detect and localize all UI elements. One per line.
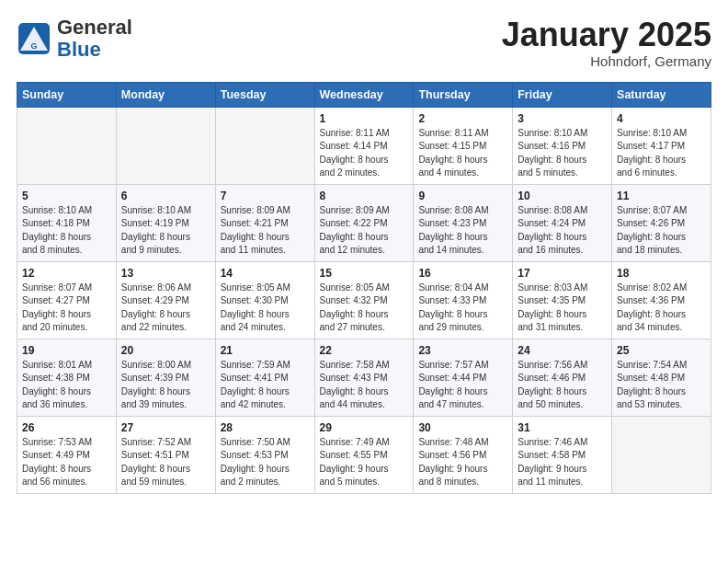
day-number: 9	[418, 190, 507, 202]
day-number: 16	[418, 267, 507, 280]
calendar-location: Hohndorf, Germany	[502, 53, 711, 69]
day-info: Sunrise: 7:57 AM Sunset: 4:44 PM Dayligh…	[418, 359, 507, 412]
day-number: 21	[221, 344, 310, 357]
day-number: 17	[518, 267, 607, 280]
day-info: Sunrise: 8:03 AM Sunset: 4:35 PM Dayligh…	[518, 282, 607, 335]
day-number: 25	[617, 344, 706, 357]
col-friday: Friday	[513, 82, 612, 107]
calendar-title: January 2025	[502, 17, 711, 53]
day-info: Sunrise: 8:06 AM Sunset: 4:29 PM Dayligh…	[121, 282, 210, 335]
table-row: 19Sunrise: 8:01 AM Sunset: 4:38 PM Dayli…	[17, 339, 117, 416]
table-row: 5Sunrise: 8:10 AM Sunset: 4:18 PM Daylig…	[17, 184, 117, 261]
col-sunday: Sunday	[17, 82, 117, 107]
day-number: 13	[121, 267, 210, 280]
table-row: 9Sunrise: 8:08 AM Sunset: 4:23 PM Daylig…	[414, 184, 513, 261]
day-info: Sunrise: 7:53 AM Sunset: 4:49 PM Dayligh…	[22, 436, 111, 489]
day-info: Sunrise: 8:04 AM Sunset: 4:33 PM Dayligh…	[418, 282, 507, 335]
day-number: 28	[221, 421, 310, 434]
day-info: Sunrise: 8:09 AM Sunset: 4:21 PM Dayligh…	[221, 204, 310, 258]
col-saturday: Saturday	[612, 82, 711, 107]
day-info: Sunrise: 8:10 AM Sunset: 4:18 PM Dayligh…	[22, 204, 111, 258]
weekday-header-row: Sunday Monday Tuesday Wednesday Thursday…	[17, 82, 711, 107]
calendar-table: Sunday Monday Tuesday Wednesday Thursday…	[17, 82, 711, 494]
day-info: Sunrise: 8:00 AM Sunset: 4:39 PM Dayligh…	[121, 359, 210, 412]
day-number: 4	[617, 112, 706, 125]
table-row: 13Sunrise: 8:06 AM Sunset: 4:29 PM Dayli…	[116, 261, 215, 339]
day-number: 24	[518, 344, 607, 357]
day-number: 5	[22, 190, 111, 202]
day-info: Sunrise: 7:56 AM Sunset: 4:46 PM Dayligh…	[518, 359, 607, 412]
day-info: Sunrise: 8:07 AM Sunset: 4:26 PM Dayligh…	[617, 204, 706, 258]
day-info: Sunrise: 8:07 AM Sunset: 4:27 PM Dayligh…	[22, 282, 111, 335]
col-thursday: Thursday	[414, 82, 513, 107]
table-row: 22Sunrise: 7:58 AM Sunset: 4:43 PM Dayli…	[314, 339, 414, 416]
day-number: 12	[22, 267, 111, 280]
table-row: 31Sunrise: 7:46 AM Sunset: 4:58 PM Dayli…	[513, 416, 612, 493]
logo-blue-text: Blue	[57, 38, 101, 61]
col-tuesday: Tuesday	[215, 82, 314, 107]
day-number: 10	[518, 190, 607, 202]
day-info: Sunrise: 8:02 AM Sunset: 4:36 PM Dayligh…	[617, 282, 706, 335]
day-number: 27	[121, 421, 210, 434]
logo-general-text: General	[57, 16, 132, 39]
table-row: 24Sunrise: 7:56 AM Sunset: 4:46 PM Dayli…	[513, 339, 612, 416]
day-number: 20	[121, 344, 210, 357]
table-row: 18Sunrise: 8:02 AM Sunset: 4:36 PM Dayli…	[612, 261, 711, 339]
day-number: 1	[320, 112, 409, 125]
logo-text: General Blue	[57, 17, 132, 61]
day-info: Sunrise: 8:10 AM Sunset: 4:19 PM Dayligh…	[121, 204, 210, 258]
day-number: 11	[617, 190, 706, 202]
logo: G General Blue	[17, 17, 132, 61]
table-row: 11Sunrise: 8:07 AM Sunset: 4:26 PM Dayli…	[612, 184, 711, 261]
day-number: 26	[22, 421, 111, 434]
table-row	[215, 107, 314, 184]
table-row: 6Sunrise: 8:10 AM Sunset: 4:19 PM Daylig…	[116, 184, 215, 261]
day-info: Sunrise: 8:09 AM Sunset: 4:22 PM Dayligh…	[320, 204, 409, 258]
day-number: 18	[617, 267, 706, 280]
day-info: Sunrise: 7:54 AM Sunset: 4:48 PM Dayligh…	[617, 359, 706, 412]
day-number: 31	[518, 421, 607, 434]
calendar-week-row: 19Sunrise: 8:01 AM Sunset: 4:38 PM Dayli…	[17, 339, 711, 416]
calendar-week-row: 5Sunrise: 8:10 AM Sunset: 4:18 PM Daylig…	[17, 184, 711, 261]
day-info: Sunrise: 8:10 AM Sunset: 4:16 PM Dayligh…	[518, 127, 607, 180]
day-number: 14	[221, 267, 310, 280]
day-number: 29	[320, 421, 409, 434]
day-number: 3	[518, 112, 607, 125]
day-info: Sunrise: 7:49 AM Sunset: 4:55 PM Dayligh…	[320, 436, 409, 489]
table-row: 15Sunrise: 8:05 AM Sunset: 4:32 PM Dayli…	[314, 261, 414, 339]
table-row: 23Sunrise: 7:57 AM Sunset: 4:44 PM Dayli…	[414, 339, 513, 416]
table-row: 27Sunrise: 7:52 AM Sunset: 4:51 PM Dayli…	[116, 416, 215, 493]
day-info: Sunrise: 8:01 AM Sunset: 4:38 PM Dayligh…	[22, 359, 111, 412]
table-row	[17, 107, 117, 184]
table-row: 4Sunrise: 8:10 AM Sunset: 4:17 PM Daylig…	[612, 107, 711, 184]
day-info: Sunrise: 8:05 AM Sunset: 4:30 PM Dayligh…	[221, 282, 310, 335]
day-info: Sunrise: 7:50 AM Sunset: 4:53 PM Dayligh…	[221, 436, 310, 489]
logo-svg: G	[17, 21, 51, 56]
table-row: 2Sunrise: 8:11 AM Sunset: 4:15 PM Daylig…	[414, 107, 513, 184]
table-row: 21Sunrise: 7:59 AM Sunset: 4:41 PM Dayli…	[215, 339, 314, 416]
title-block: January 2025 Hohndorf, Germany	[502, 17, 711, 69]
page: G General Blue January 2025 Hohndorf, Ge…	[0, 0, 728, 503]
table-row: 8Sunrise: 8:09 AM Sunset: 4:22 PM Daylig…	[314, 184, 414, 261]
table-row: 12Sunrise: 8:07 AM Sunset: 4:27 PM Dayli…	[17, 261, 117, 339]
table-row	[612, 416, 711, 493]
logo-icon: G	[17, 21, 51, 56]
table-row: 28Sunrise: 7:50 AM Sunset: 4:53 PM Dayli…	[215, 416, 314, 493]
table-row: 7Sunrise: 8:09 AM Sunset: 4:21 PM Daylig…	[215, 184, 314, 261]
day-info: Sunrise: 8:11 AM Sunset: 4:14 PM Dayligh…	[320, 127, 409, 180]
day-info: Sunrise: 7:46 AM Sunset: 4:58 PM Dayligh…	[518, 436, 607, 489]
table-row: 10Sunrise: 8:08 AM Sunset: 4:24 PM Dayli…	[513, 184, 612, 261]
table-row: 20Sunrise: 8:00 AM Sunset: 4:39 PM Dayli…	[116, 339, 215, 416]
col-wednesday: Wednesday	[314, 82, 414, 107]
day-info: Sunrise: 7:59 AM Sunset: 4:41 PM Dayligh…	[221, 359, 310, 412]
table-row: 25Sunrise: 7:54 AM Sunset: 4:48 PM Dayli…	[612, 339, 711, 416]
day-number: 19	[22, 344, 111, 357]
day-number: 23	[418, 344, 507, 357]
day-info: Sunrise: 8:10 AM Sunset: 4:17 PM Dayligh…	[617, 127, 706, 180]
day-number: 6	[121, 190, 210, 202]
table-row: 1Sunrise: 8:11 AM Sunset: 4:14 PM Daylig…	[314, 107, 414, 184]
table-row: 29Sunrise: 7:49 AM Sunset: 4:55 PM Dayli…	[314, 416, 414, 493]
calendar-week-row: 26Sunrise: 7:53 AM Sunset: 4:49 PM Dayli…	[17, 416, 711, 493]
day-number: 7	[221, 190, 310, 202]
day-info: Sunrise: 8:08 AM Sunset: 4:23 PM Dayligh…	[418, 204, 507, 258]
